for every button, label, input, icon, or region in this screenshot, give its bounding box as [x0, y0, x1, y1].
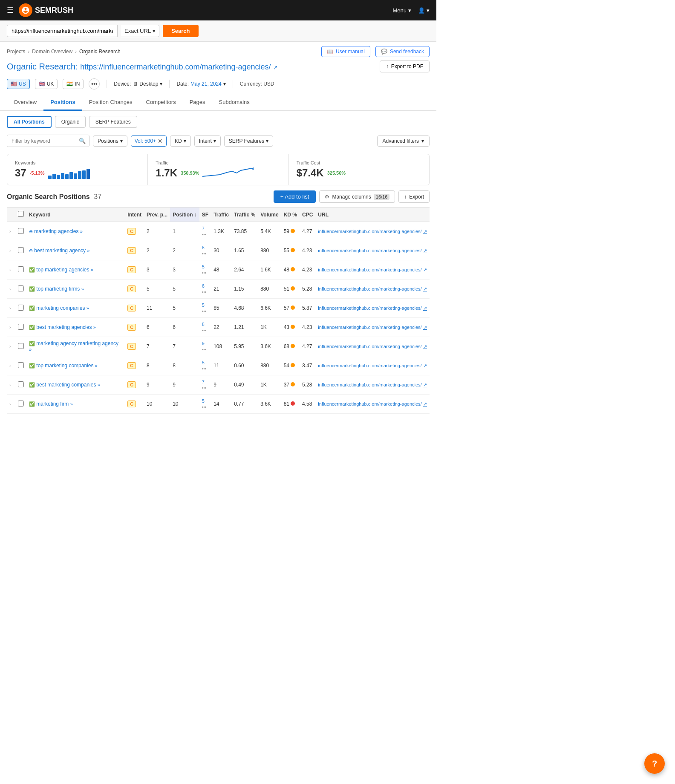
- match-type-select[interactable]: Exact URL ▾: [121, 25, 159, 37]
- tab-pages[interactable]: Pages: [183, 95, 212, 111]
- external-link-icon[interactable]: ↗: [273, 64, 278, 71]
- row-expand-0[interactable]: ›: [7, 222, 15, 241]
- row-checkbox-3[interactable]: [15, 280, 26, 299]
- subtab-all-positions[interactable]: All Positions: [7, 116, 52, 128]
- url-external-link-icon[interactable]: ↗: [423, 286, 427, 291]
- keyword-filter-search-icon[interactable]: 🔍: [75, 135, 89, 147]
- keyword-link[interactable]: top marketing firms: [36, 286, 80, 292]
- sf-link[interactable]: 5: [202, 398, 205, 404]
- sf-link[interactable]: 5: [202, 264, 205, 269]
- row-sf-0[interactable]: 7•••: [199, 222, 211, 241]
- vol-filter-close-icon[interactable]: ✕: [158, 138, 163, 144]
- row-expand-7[interactable]: ›: [7, 356, 15, 375]
- hamburger-menu-icon[interactable]: ☰: [7, 6, 14, 15]
- row-sf-3[interactable]: 6•••: [199, 280, 211, 299]
- tab-positions[interactable]: Positions: [43, 95, 82, 111]
- intent-filter[interactable]: Intent ▾: [194, 135, 221, 147]
- more-regions-button[interactable]: •••: [89, 78, 100, 89]
- row-sf-8[interactable]: 7•••: [199, 375, 211, 395]
- row-expand-9[interactable]: ›: [7, 395, 15, 414]
- row-checkbox[interactable]: [18, 228, 24, 234]
- sf-link[interactable]: 8: [202, 245, 205, 250]
- manage-columns-button[interactable]: ⚙ Manage columns 16/16: [319, 190, 395, 203]
- row-sf-1[interactable]: 8•••: [199, 241, 211, 260]
- keyword-link[interactable]: marketing agency marketing agency: [36, 340, 118, 346]
- keyword-link[interactable]: best marketing companies: [36, 382, 96, 388]
- th-position[interactable]: Position ↕: [170, 208, 199, 222]
- keyword-link[interactable]: best marketing agency: [34, 248, 86, 254]
- row-expand-2[interactable]: ›: [7, 260, 15, 280]
- select-all-checkbox[interactable]: [18, 211, 24, 217]
- row-checkbox-2[interactable]: [15, 260, 26, 280]
- sf-link[interactable]: 7: [202, 379, 205, 384]
- keyword-link[interactable]: best marketing agencies: [36, 324, 92, 330]
- row-checkbox[interactable]: [18, 305, 24, 311]
- row-checkbox[interactable]: [18, 285, 24, 291]
- row-checkbox-5[interactable]: [15, 318, 26, 337]
- date-select[interactable]: Date: May 21, 2024 ▾: [176, 81, 225, 87]
- sf-link[interactable]: 5: [202, 303, 205, 308]
- keyword-link[interactable]: top marketing agencies: [36, 267, 89, 273]
- user-manual-button[interactable]: 📖 User manual: [321, 46, 370, 57]
- row-checkbox[interactable]: [18, 343, 24, 349]
- url-external-link-icon[interactable]: ↗: [423, 229, 427, 234]
- row-checkbox[interactable]: [18, 381, 24, 387]
- row-checkbox[interactable]: [18, 266, 24, 272]
- row-checkbox-0[interactable]: [15, 222, 26, 241]
- row-sf-6[interactable]: 9•••: [199, 337, 211, 356]
- url-external-link-icon[interactable]: ↗: [423, 267, 427, 272]
- row-expand-1[interactable]: ›: [7, 241, 15, 260]
- url-input[interactable]: [7, 25, 118, 37]
- url-external-link-icon[interactable]: ↗: [423, 344, 427, 349]
- url-external-link-icon[interactable]: ↗: [423, 382, 427, 387]
- sf-link[interactable]: 9: [202, 341, 205, 346]
- serp-features-filter[interactable]: SERP Features ▾: [224, 135, 273, 147]
- kd-filter[interactable]: KD ▾: [170, 135, 191, 147]
- url-external-link-icon[interactable]: ↗: [423, 248, 427, 253]
- search-button[interactable]: Search: [163, 25, 198, 37]
- row-checkbox-6[interactable]: [15, 337, 26, 356]
- region-us-button[interactable]: 🇺🇸 US: [7, 79, 30, 89]
- breadcrumb-projects[interactable]: Projects: [7, 49, 25, 55]
- add-to-list-button[interactable]: + Add to list: [274, 190, 316, 203]
- keyword-link[interactable]: top marketing companies: [36, 363, 93, 369]
- export-pdf-button[interactable]: ↑ Export to PDF: [380, 61, 430, 72]
- keyword-link[interactable]: marketing firm: [36, 401, 69, 407]
- row-sf-9[interactable]: 5•••: [199, 395, 211, 414]
- row-expand-4[interactable]: ›: [7, 299, 15, 318]
- row-expand-3[interactable]: ›: [7, 280, 15, 299]
- row-sf-5[interactable]: 8•••: [199, 318, 211, 337]
- row-checkbox-4[interactable]: [15, 299, 26, 318]
- advanced-filters-button[interactable]: Advanced filters ▾: [377, 135, 430, 147]
- url-external-link-icon[interactable]: ↗: [423, 306, 427, 311]
- row-sf-2[interactable]: 5•••: [199, 260, 211, 280]
- tab-overview[interactable]: Overview: [7, 95, 43, 111]
- row-checkbox-1[interactable]: [15, 241, 26, 260]
- breadcrumb-domain-overview[interactable]: Domain Overview: [32, 49, 72, 55]
- row-expand-8[interactable]: ›: [7, 375, 15, 395]
- keyword-filter-input[interactable]: [7, 135, 75, 147]
- region-in-button[interactable]: 🇮🇳 IN: [63, 79, 84, 89]
- row-checkbox-8[interactable]: [15, 375, 26, 395]
- keyword-link[interactable]: marketing companies: [36, 305, 85, 311]
- url-external-link-icon[interactable]: ↗: [423, 401, 427, 406]
- row-checkbox[interactable]: [18, 324, 24, 330]
- user-button[interactable]: 👤 ▾: [418, 7, 430, 14]
- sf-link[interactable]: 8: [202, 322, 205, 327]
- send-feedback-button[interactable]: 💬 Send feedback: [375, 46, 430, 57]
- sf-link[interactable]: 6: [202, 283, 205, 288]
- sf-link[interactable]: 7: [202, 226, 205, 231]
- url-external-link-icon[interactable]: ↗: [423, 325, 427, 330]
- row-checkbox-7[interactable]: [15, 356, 26, 375]
- device-select[interactable]: Device: 🖥 Desktop ▾: [114, 81, 162, 87]
- row-checkbox-9[interactable]: [15, 395, 26, 414]
- tab-position-changes[interactable]: Position Changes: [82, 95, 139, 111]
- row-expand-6[interactable]: ›: [7, 337, 15, 356]
- row-sf-7[interactable]: 5•••: [199, 356, 211, 375]
- row-checkbox[interactable]: [18, 247, 24, 253]
- subtab-serp-features[interactable]: SERP Features: [89, 116, 137, 128]
- url-external-link-icon[interactable]: ↗: [423, 363, 427, 368]
- row-sf-4[interactable]: 5•••: [199, 299, 211, 318]
- tab-competitors[interactable]: Competitors: [139, 95, 183, 111]
- sf-link[interactable]: 5: [202, 360, 205, 365]
